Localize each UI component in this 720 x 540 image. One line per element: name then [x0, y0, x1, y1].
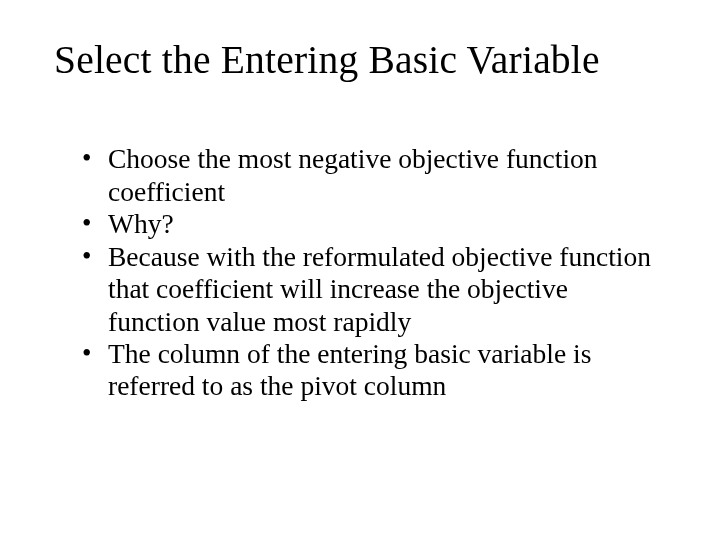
list-item: Choose the most negative objective funct…: [82, 143, 666, 208]
slide: Select the Entering Basic Variable Choos…: [0, 0, 720, 540]
list-item: Why?: [82, 208, 666, 240]
list-item: The column of the entering basic variabl…: [82, 338, 666, 403]
bullet-list: Choose the most negative objective funct…: [82, 143, 666, 403]
list-item: Because with the reformulated objective …: [82, 241, 666, 338]
slide-title: Select the Entering Basic Variable: [54, 38, 666, 83]
